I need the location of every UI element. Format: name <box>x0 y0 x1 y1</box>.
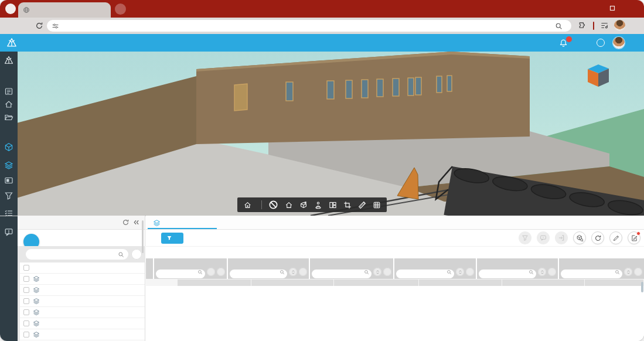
tree-item[interactable] <box>20 307 145 318</box>
reload-button[interactable] <box>35 22 46 32</box>
tree-item-checkbox[interactable] <box>23 287 29 293</box>
sidebar-item-checklist-icon[interactable] <box>4 209 13 218</box>
collapse-all-button[interactable] <box>131 249 142 260</box>
table-header-columns <box>146 258 644 279</box>
window-maximize-button[interactable] <box>602 0 622 18</box>
column-header[interactable] <box>477 258 559 279</box>
grid-button[interactable] <box>373 201 381 209</box>
column-menu-button[interactable] <box>466 268 474 276</box>
layers-icon <box>33 275 40 282</box>
browser-window <box>0 0 644 341</box>
tree-root-checkbox[interactable] <box>23 265 29 271</box>
column-sort-button[interactable] <box>624 268 632 276</box>
column-search-input[interactable] <box>479 270 536 278</box>
data-views-header <box>18 216 145 230</box>
section-box-button[interactable] <box>343 201 352 209</box>
column-menu-button[interactable] <box>548 268 556 276</box>
url-bar[interactable] <box>47 20 571 32</box>
select-all-header-cell[interactable] <box>146 258 154 279</box>
tree-item-checkbox[interactable] <box>23 332 29 337</box>
model-box-button[interactable] <box>299 201 308 209</box>
inspect-model-button[interactable] <box>573 231 586 244</box>
save-view-button[interactable] <box>628 231 640 244</box>
column-search-input[interactable] <box>396 270 454 278</box>
column-sort-button[interactable] <box>456 268 464 276</box>
column-sort-button[interactable] <box>538 268 546 276</box>
back-button[interactable] <box>6 21 16 31</box>
column-sort-button[interactable] <box>207 268 215 276</box>
browser-tab[interactable] <box>18 2 111 18</box>
app-header <box>0 34 644 52</box>
sidebar-item-card-icon[interactable] <box>4 176 13 185</box>
user-avatar[interactable] <box>613 37 625 49</box>
refresh-data-button[interactable] <box>591 231 604 244</box>
column-menu-button[interactable] <box>634 268 642 276</box>
new-tab-button[interactable] <box>115 4 126 15</box>
column-sort-button[interactable] <box>373 268 381 276</box>
first-person-button[interactable] <box>314 201 322 209</box>
column-header[interactable] <box>154 258 228 279</box>
help-icon[interactable] <box>597 39 605 47</box>
navigation-cube[interactable] <box>588 64 609 87</box>
zoom-icon[interactable] <box>555 22 563 30</box>
group-by-bar[interactable] <box>146 246 644 258</box>
tree-item-checkbox[interactable] <box>23 276 29 282</box>
tree-root-item[interactable] <box>20 262 145 274</box>
search-icon <box>197 270 203 275</box>
forward-button[interactable] <box>21 21 32 31</box>
sidebar-item-3d-model-icon[interactable] <box>4 142 13 152</box>
refresh-icon[interactable] <box>122 219 130 226</box>
filter-button[interactable] <box>161 233 183 244</box>
column-menu-button[interactable] <box>383 268 391 276</box>
column-header[interactable] <box>394 258 477 279</box>
sidebar-item-layers-icon[interactable] <box>4 161 13 170</box>
window-minimize-button[interactable] <box>584 0 604 18</box>
sidebar-item-projects-folder-icon[interactable] <box>4 112 13 122</box>
measure-button[interactable] <box>358 201 366 209</box>
hide-tool-button[interactable] <box>268 200 278 210</box>
table-scrollbar[interactable] <box>641 282 643 292</box>
home-view-button[interactable] <box>285 201 293 209</box>
all-levels-button[interactable] <box>243 201 255 209</box>
left-sidebar <box>0 52 18 341</box>
column-menu-button[interactable] <box>299 268 307 276</box>
filter-action-button[interactable] <box>519 231 531 244</box>
column-header[interactable] <box>310 258 394 279</box>
collapse-panel-icon[interactable] <box>132 219 140 226</box>
tree-item-checkbox[interactable] <box>23 320 29 326</box>
tree-item[interactable] <box>20 285 145 296</box>
column-header[interactable] <box>228 258 310 279</box>
sidebar-item-home-icon[interactable] <box>4 100 13 109</box>
verifi3d-logo-icon[interactable] <box>6 37 18 49</box>
tab-search-chevron-icon[interactable] <box>5 4 16 14</box>
tab-media-icon[interactable] <box>600 21 609 30</box>
tree-item-checkbox[interactable] <box>23 309 29 315</box>
column-search-input[interactable] <box>312 270 372 278</box>
sidebar-item-report-icon[interactable] <box>4 227 13 237</box>
tree-item[interactable] <box>20 318 145 329</box>
column-header[interactable] <box>559 258 644 279</box>
column-search-input[interactable] <box>561 270 622 278</box>
sidebar-item-news-icon[interactable] <box>4 87 13 96</box>
extensions-puzzle-icon[interactable] <box>578 21 587 30</box>
column-search-input[interactable] <box>230 270 287 278</box>
window-close-button[interactable] <box>622 0 642 18</box>
sidebar-item-filter-icon[interactable] <box>4 191 13 200</box>
split-view-button[interactable] <box>329 201 337 209</box>
site-settings-icon[interactable] <box>52 22 59 30</box>
browser-profile-avatar[interactable] <box>614 20 625 31</box>
tree-scrollbar[interactable] <box>142 220 144 253</box>
edit-view-button[interactable] <box>609 231 622 244</box>
tree-item-checkbox[interactable] <box>23 298 29 304</box>
tree-item[interactable] <box>20 329 145 340</box>
tree-item[interactable] <box>20 274 145 285</box>
comment-action-button[interactable] <box>537 231 550 244</box>
viewport-3d[interactable] <box>18 52 644 216</box>
sidebar-logo-icon <box>4 55 14 66</box>
tree-search-input[interactable] <box>26 249 128 260</box>
column-sort-button[interactable] <box>289 268 297 276</box>
tree-item[interactable] <box>20 296 145 307</box>
toolbar-divider <box>593 22 594 30</box>
export-action-button[interactable] <box>555 231 568 244</box>
column-menu-button[interactable] <box>217 268 225 276</box>
